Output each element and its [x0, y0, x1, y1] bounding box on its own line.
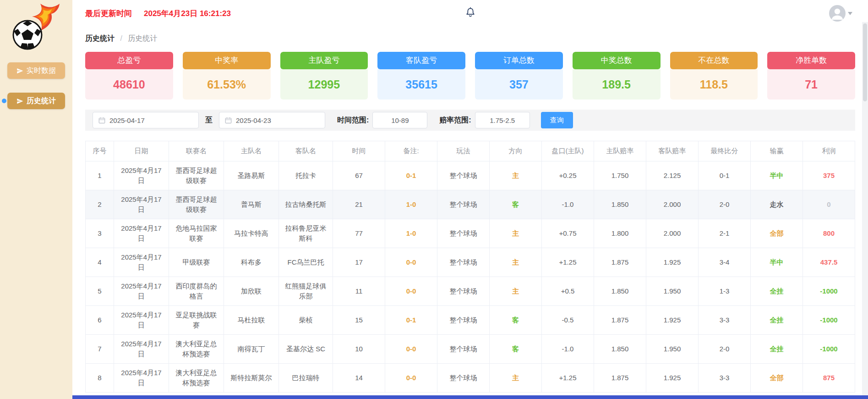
table-cell: 圣路易斯	[224, 161, 279, 190]
column-header: 时间	[333, 141, 385, 161]
table-cell: 主	[490, 219, 542, 248]
table-cell: 红熊猫足球俱乐部	[279, 277, 333, 306]
table-cell: 2025年4月17日	[114, 306, 169, 335]
table-cell: +0.5	[542, 277, 594, 306]
table-cell: 0-1	[385, 306, 437, 335]
table-row: 62025年4月17日亚足联挑战联赛马杜拉联柴桢150-1整个球场客-0.51.…	[86, 306, 855, 335]
stat-card-label: 中奖率	[183, 52, 271, 69]
breadcrumb-separator: /	[120, 34, 122, 42]
column-header: 序号	[86, 141, 114, 161]
table-cell: 67	[333, 161, 385, 190]
table-cell: 1-0	[385, 219, 437, 248]
history-table: 序号日期联赛名主队名客队名时间备注:玩法方向盘口(主队)主队赔率客队赔率最终比分…	[85, 141, 855, 393]
table-wrapper: 序号日期联赛名主队名客队名时间备注:玩法方向盘口(主队)主队赔率客队赔率最终比分…	[85, 141, 855, 393]
stat-card-value: 61.53%	[183, 69, 271, 100]
time-range-label: 时间范围:	[337, 116, 369, 125]
stat-card-value: 118.5	[670, 69, 758, 100]
table-cell: 2025年4月17日	[114, 219, 169, 248]
table-cell: 1.850	[594, 190, 646, 219]
table-cell: 整个球场	[437, 364, 490, 393]
stat-card-order-count: 订单总数 357	[475, 52, 563, 100]
table-cell: 客	[490, 306, 542, 335]
table-cell: 1.850	[594, 335, 646, 364]
table-cell: 全挂	[751, 306, 803, 335]
table-cell: 马拉卡特高	[224, 219, 279, 248]
table-cell: 15	[333, 306, 385, 335]
horizontal-scrollbar-thumb[interactable]	[72, 395, 868, 399]
calendar-icon	[98, 117, 105, 124]
breadcrumb-root[interactable]: 历史统计	[85, 34, 115, 42]
stat-card-value: 189.5	[573, 69, 661, 100]
table-cell: 1	[86, 161, 114, 190]
table-cell: 2-0	[699, 335, 751, 364]
column-header: 客队名	[279, 141, 333, 161]
table-cell: 2025年4月17日	[114, 364, 169, 393]
date-to-input[interactable]: 2025-04-23	[219, 112, 325, 128]
table-cell: FC乌兰巴托	[279, 248, 333, 277]
table-cell: 17	[333, 248, 385, 277]
table-cell: -1000	[803, 277, 855, 306]
date-range-to-label: 至	[205, 116, 213, 125]
table-cell: -0.5	[542, 306, 594, 335]
table-cell: 圣基尔达 SC	[279, 335, 333, 364]
stats-cards: 总盈亏 48610 中奖率 61.53% 主队盈亏 12995 客队盈亏 356…	[85, 52, 855, 100]
notification-bell-icon[interactable]	[465, 7, 476, 20]
column-header: 备注:	[385, 141, 437, 161]
table-cell: 客	[490, 190, 542, 219]
table-cell: 甲级联赛	[169, 248, 224, 277]
column-header: 客队赔率	[646, 141, 699, 161]
table-cell: 整个球场	[437, 219, 490, 248]
table-cell: 1.750	[594, 161, 646, 190]
breadcrumb-current: 历史统计	[128, 34, 157, 42]
sidebar-item-realtime-data[interactable]: 实时数据	[7, 62, 65, 79]
stat-card-label: 中奖总数	[573, 52, 661, 69]
active-indicator-dot	[2, 99, 6, 103]
column-header: 方向	[490, 141, 542, 161]
table-cell: 0-0	[385, 248, 437, 277]
stat-card-label: 净胜单数	[767, 52, 855, 69]
table-cell: 危地马拉国家联赛	[169, 219, 224, 248]
table-cell: 亚足联挑战联赛	[169, 306, 224, 335]
table-cell: 2025年4月17日	[114, 248, 169, 277]
table-cell: 10	[333, 335, 385, 364]
sidebar-item-history-stats[interactable]: 历史统计	[7, 93, 65, 109]
table-cell: 马杜拉联	[224, 306, 279, 335]
table-cell: -1000	[803, 335, 855, 364]
vertical-scrollbar[interactable]	[862, 22, 868, 395]
table-cell: 1.925	[646, 306, 699, 335]
table-cell: 加欣联	[224, 277, 279, 306]
stat-card-absent-count: 不在总数 118.5	[670, 52, 758, 100]
avatar[interactable]	[829, 5, 846, 22]
sidebar-item-label: 实时数据	[27, 66, 56, 76]
table-cell: +0.75	[542, 219, 594, 248]
table-cell: 1.850	[594, 277, 646, 306]
time-range-input[interactable]	[372, 112, 427, 128]
table-cell: 0-1	[385, 161, 437, 190]
table-cell: 主	[490, 161, 542, 190]
table-cell: 2025年4月17日	[114, 161, 169, 190]
table-cell: 整个球场	[437, 306, 490, 335]
stat-card-net-win-count: 净胜单数 71	[767, 52, 855, 100]
stat-card-away-profit: 客队盈亏 35615	[377, 52, 465, 100]
table-cell: 0-0	[385, 335, 437, 364]
filter-bar: 2025-04-17 至 2025-04-23 时间范围: 赔率范围: 查询	[85, 110, 855, 131]
table-cell: 437.5	[803, 248, 855, 277]
odds-range-input[interactable]	[475, 112, 530, 128]
table-cell: 7	[86, 335, 114, 364]
last-update-time: 2025年4月23日 16:21:23	[144, 8, 231, 19]
table-cell: 科布多	[224, 248, 279, 277]
table-row: 82025年4月17日澳大利亚足总杯预选赛斯特拉斯莫尔巴拉瑞特140-0整个球场…	[86, 364, 855, 393]
table-cell: 4	[86, 248, 114, 277]
odds-range-label: 赔率范围:	[439, 116, 471, 125]
query-button[interactable]: 查询	[541, 112, 573, 128]
column-header: 联赛名	[169, 141, 224, 161]
user-menu[interactable]	[829, 5, 852, 22]
user-icon	[829, 5, 846, 22]
table-cell: 客	[490, 335, 542, 364]
vertical-scrollbar-thumb[interactable]	[863, 23, 867, 101]
table-cell: 主	[490, 277, 542, 306]
date-from-input[interactable]: 2025-04-17	[93, 112, 199, 128]
table-cell: 拉古纳桑托斯	[279, 190, 333, 219]
table-cell: 走水	[751, 190, 803, 219]
table-header-row: 序号日期联赛名主队名客队名时间备注:玩法方向盘口(主队)主队赔率客队赔率最终比分…	[86, 141, 855, 161]
